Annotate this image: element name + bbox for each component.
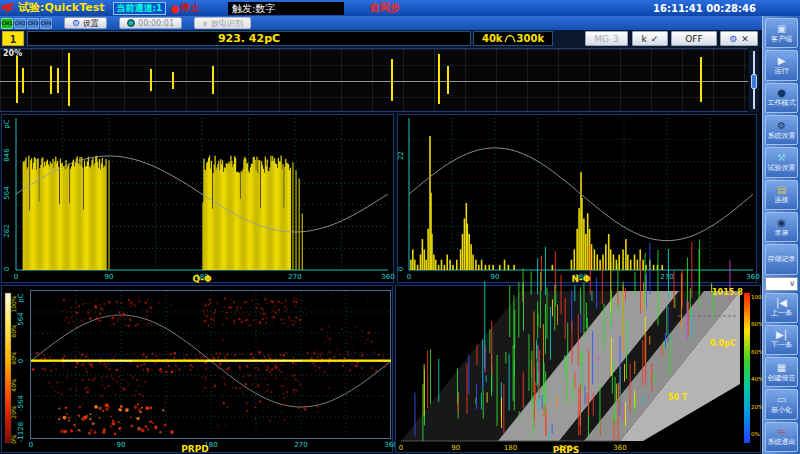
svg-text:0%: 0% <box>751 431 760 437</box>
k-label: k <box>642 34 647 44</box>
svg-text:1015.8: 1015.8 <box>712 288 743 297</box>
svg-text:PRPS: PRPS <box>553 445 580 454</box>
svg-text:0: 0 <box>397 267 405 271</box>
pulse-spike <box>150 69 152 91</box>
sidebar-item-connect[interactable]: ▤连接 <box>765 180 798 210</box>
pulse-spike <box>57 68 59 93</box>
gear-icon: ⚙ <box>72 18 80 28</box>
pulse-spike <box>438 54 440 104</box>
timer-button[interactable]: 00:00:01 <box>119 17 182 29</box>
gear-close-button[interactable]: ⚙ ✕ <box>720 31 758 46</box>
mg-value: 3 <box>613 34 619 44</box>
prps-3d-chart: 090180270360PRPS1015.80.0pC50 T100%80%60… <box>395 285 761 453</box>
pulse-spike <box>172 72 174 89</box>
sidebar-item-test-settings[interactable]: ⚒试验设置 <box>765 147 798 177</box>
stop-label: 停止 <box>180 1 200 15</box>
prpd-svg: 100%80%60%40%20%0%pC5640-564-11280901802… <box>2 286 394 454</box>
svg-text:0: 0 <box>14 273 18 281</box>
channel-number-badge: 1 <box>2 31 24 46</box>
svg-text:N-Φ: N-Φ <box>572 274 591 284</box>
pulse-overview-strip: 20% <box>0 48 748 112</box>
scrollbar-thumb[interactable] <box>751 74 757 89</box>
svg-text:180: 180 <box>504 444 517 452</box>
svg-text:0: 0 <box>17 359 25 363</box>
bandpass-range: 40k 300k <box>473 31 553 46</box>
discharge-recognition-button: ∨ 放电识别 <box>194 17 251 29</box>
minimize-label: 最小化 <box>771 406 792 414</box>
svg-text:50 T: 50 T <box>668 393 688 402</box>
svg-text:564: 564 <box>17 312 25 326</box>
sidebar-item-work-mode[interactable]: ●工作模式 <box>765 83 798 113</box>
prps-svg: 090180270360PRPS1015.80.0pC50 T100%80%60… <box>396 286 762 454</box>
sidebar-item-client[interactable]: ▣客户端 <box>765 18 798 48</box>
previous-icon: |◀ <box>776 298 787 308</box>
channel-2-button[interactable]: CH2 <box>14 18 26 29</box>
timer-value: 00:00:01 <box>138 19 174 28</box>
off-label: OFF <box>685 34 702 44</box>
work-mode-label: 工作模式 <box>768 99 796 107</box>
measurement-row: 1 923. 42pC 40k 300k MG 3 k ✓ OFF ⚙ ✕ <box>0 30 762 48</box>
discharge-recognition-label: 放电识别 <box>211 18 243 29</box>
sidebar-menu: ▣客户端▶运行●工作模式⚙系统设置⚒试验设置▤连接◉录屏存储记录∨|◀上一条▶|… <box>762 16 800 454</box>
svg-text:846: 846 <box>3 148 11 162</box>
channel-3-button[interactable]: CH3 <box>27 18 39 29</box>
connect-label: 连接 <box>775 196 789 204</box>
svg-text:pC: pC <box>17 293 25 302</box>
create-report-icon: ▦ <box>777 363 786 373</box>
gear-icon: ⚙ <box>729 34 737 44</box>
unit-k-button[interactable]: k ✓ <box>632 31 668 46</box>
svg-text:0: 0 <box>407 273 411 281</box>
svg-text:-564: -564 <box>17 395 25 411</box>
bandpass-icon <box>504 34 516 43</box>
svg-text:282: 282 <box>3 224 11 237</box>
svg-text:90: 90 <box>491 273 500 281</box>
pulse-spike <box>391 59 393 101</box>
svg-text:564: 564 <box>3 186 11 200</box>
svg-text:360: 360 <box>381 273 394 281</box>
pulse-spike <box>700 57 702 102</box>
storage-records-label: 存储记录 <box>768 255 796 263</box>
pulse-spike <box>22 68 24 93</box>
mg-label: MG <box>594 34 609 44</box>
work-mode-icon: ● <box>777 88 786 98</box>
create-report-label: 创建报告 <box>768 374 796 382</box>
channel-1-button[interactable]: CH1 <box>1 18 13 29</box>
pulse-spike <box>16 56 18 104</box>
sidebar-record-select-dropdown[interactable]: ∨ <box>765 277 798 291</box>
exit-label: 系统退出 <box>768 438 796 446</box>
sidebar-item-run[interactable]: ▶运行 <box>765 50 798 80</box>
strip-zero-line <box>0 81 748 82</box>
run-label: 运行 <box>775 67 789 75</box>
prpd-chart: 100%80%60%40%20%0%pC5640-564-11280901802… <box>1 285 393 453</box>
svg-text:270: 270 <box>294 441 307 449</box>
svg-text:360: 360 <box>746 273 759 281</box>
sidebar-item-previous[interactable]: |◀上一条 <box>765 293 798 323</box>
svg-text:270: 270 <box>288 273 301 281</box>
exit-icon: ⇦ <box>777 427 785 437</box>
channel-4-button[interactable]: CH4 <box>40 18 52 29</box>
test-settings-icon: ⚒ <box>777 153 786 163</box>
chevron-down-icon: ∨ <box>202 19 208 28</box>
time-of-day: 16:11:41 <box>653 3 703 14</box>
clock-icon <box>127 19 135 27</box>
self-sync-label: 自同步 <box>370 1 400 15</box>
sidebar-item-create-report[interactable]: ▦创建报告 <box>765 357 798 387</box>
sidebar-item-record[interactable]: ◉录屏 <box>765 212 798 242</box>
off-button[interactable]: OFF <box>671 31 717 46</box>
next-label: 下一条 <box>771 341 792 349</box>
pd-instrument-window: 试验:QuickTest 当前通道:1 ● 停止 触发:数字 自同步 16:11… <box>0 0 800 454</box>
settings-button[interactable]: ⚙ 设置 <box>64 17 107 29</box>
sidebar-item-exit[interactable]: ⇦系统退出 <box>765 422 798 452</box>
pulse-spike <box>212 66 214 94</box>
sidebar-item-next[interactable]: ▶|下一条 <box>765 325 798 355</box>
mg-button[interactable]: MG 3 <box>585 31 628 46</box>
strip-scrollbar[interactable] <box>749 48 759 112</box>
sidebar-item-system-settings[interactable]: ⚙系统设置 <box>765 115 798 145</box>
sidebar-item-minimize[interactable]: ▭最小化 <box>765 389 798 419</box>
svg-text:20%: 20% <box>10 405 17 419</box>
svg-text:270: 270 <box>660 273 673 281</box>
title-bar: 试验:QuickTest 当前通道:1 ● 停止 触发:数字 自同步 16:11… <box>0 0 800 16</box>
sidebar-item-storage-records[interactable]: 存储记录 <box>765 244 798 274</box>
app-logo-icon <box>2 3 15 14</box>
record-label: 录屏 <box>775 229 789 237</box>
